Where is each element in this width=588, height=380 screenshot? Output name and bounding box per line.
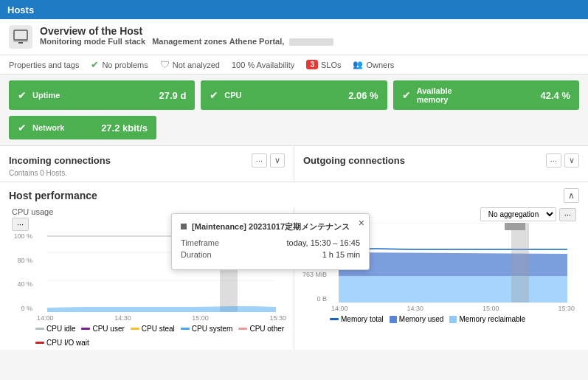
owners-item[interactable]: 👥 Owners [353,60,394,69]
header-title: Hosts [7,4,34,15]
outgoing-connections-actions: ··· ∨ [546,153,579,167]
tooltip-duration-row: Duration 1 h 15 min [181,250,360,259]
cpu-y-40: 40 % [12,280,32,288]
uptime-tile[interactable]: ✔ Uptime 27.9 d [9,80,195,110]
performance-header: Host performance ∧ [9,188,579,203]
memory-label: Availablememory [417,86,535,104]
tooltip-title: [Maintenance] 20231017定期メンテナンス [181,221,360,232]
host-info: Overview of the Host Monitoring mode Ful… [40,25,333,46]
legend-memory-used: Memory used [390,315,444,323]
monitoring-mode: Monitoring mode Full stack Management zo… [40,37,333,46]
performance-collapse-button[interactable]: ∧ [564,188,579,203]
cpu-tile[interactable]: ✔ CPU 2.06 % [201,80,387,110]
memory-legend: Memory total Memory used Memory reclaima… [330,312,576,326]
memory-x-axis: 14:00 14:30 15:00 15:30 [330,305,576,312]
tooltip-title-text: [Maintenance] 20231017定期メンテナンス [192,222,350,231]
metric-tiles: ✔ Uptime 27.9 d ✔ CPU 2.06 % ✔ Available… [0,75,588,145]
cpu-check-icon: ✔ [210,89,218,101]
cpu-x-1400: 14:00 [37,314,54,322]
legend-cpu-iowait-label: CPU I/O wait [46,339,89,347]
legend-cpu-steal-label: CPU steal [142,325,175,333]
maintenance-tooltip: × [Maintenance] 20231017定期メンテナンス Timefra… [171,213,370,270]
connections-row: Incoming connections ··· ∨ Contains 0 Ho… [0,145,588,182]
memory-x-1500: 15:00 [482,305,499,312]
uptime-check-icon: ✔ [18,89,27,101]
uptime-value: 27.9 d [159,90,186,101]
memory-dots-button[interactable]: ··· [559,208,576,221]
legend-cpu-other-label: CPU other [249,325,284,333]
maintenance-bar-marker-memory [505,223,525,230]
monitoring-label: Monitoring mode [40,37,106,46]
legend-cpu-idle-label: CPU idle [46,325,75,333]
incoming-connections-panel: Incoming connections ··· ∨ Contains 0 Ho… [0,146,294,182]
aggregation-select[interactable]: No aggregation [480,207,556,221]
tooltip-duration-value: 1 h 15 min [322,250,360,259]
cpu-y-100: 100 % [12,232,32,240]
legend-memory-used-label: Memory used [399,315,444,323]
svg-marker-13 [339,252,567,276]
host-icon [9,25,32,49]
network-label: Network [32,123,95,132]
memory-tile[interactable]: ✔ Availablememory 42.4 % [393,80,579,110]
legend-cpu-system-label: CPU system [192,325,233,333]
incoming-connections-subtitle: Contains 0 Hosts. [9,169,285,177]
cpu-dots-button[interactable]: ··· [12,218,29,231]
owners-label: Owners [366,61,394,69]
host-overview: Overview of the Host Monitoring mode Ful… [0,19,588,55]
uptime-label: Uptime [32,91,153,100]
cpu-x-1530: 15:30 [269,314,286,322]
memory-x-1430: 14:30 [407,305,423,312]
management-value: Athene Portal, [229,37,285,46]
outgoing-chevron-button[interactable]: ∨ [564,153,579,167]
tooltip-close-button[interactable]: × [359,217,364,229]
host-title: Overview of the Host [40,25,333,37]
legend-cpu-user: CPU user [81,325,124,333]
no-problems-item: ✔ No problems [91,59,148,70]
tooltip-timeframe-label: Timeframe [181,238,219,247]
legend-cpu-steal: CPU steal [131,325,175,333]
legend-memory-total: Memory total [330,315,384,323]
incoming-chevron-button[interactable]: ∨ [270,153,285,167]
tooltip-timeframe-row: Timeframe today, 15:30 – 16:45 [181,238,360,247]
cpu-value: 2.06 % [348,90,378,101]
metric-row-2: ✔ Network 27.2 kbit/s [9,116,579,139]
legend-cpu-iowait: CPU I/O wait [35,339,89,347]
outgoing-connections-header: Outgoing connections ··· ∨ [303,153,579,167]
performance-section: Host performance ∧ CPU usage ··· 100 % 8… [0,182,588,350]
legend-memory-reclaimable: Memory reclaimable [449,315,525,323]
incoming-dots-button[interactable]: ··· [252,153,267,167]
slo-badge: 3 [306,60,318,69]
legend-cpu-other: CPU other [238,325,284,333]
legend-cpu-user-label: CPU user [92,325,124,333]
slo-item[interactable]: 3 SLOs [306,60,341,69]
no-problems-label: No problems [102,61,148,69]
incoming-connections-title: Incoming connections [9,155,111,166]
network-tile[interactable]: ✔ Network 27.2 kbit/s [9,116,156,139]
charts-wrapper: CPU usage ··· 100 % 80 % 40 % 0 % [9,207,579,350]
incoming-connections-actions: ··· ∨ [252,153,285,167]
header-bar: Hosts [0,0,588,19]
outgoing-connections-panel: Outgoing connections ··· ∨ [294,146,588,182]
svg-marker-7 [47,306,276,312]
cpu-x-1500: 15:00 [192,314,209,322]
cpu-y-80: 80 % [12,257,32,264]
svg-rect-14 [511,223,529,303]
memory-x-1530: 15:30 [558,305,575,312]
memory-check-icon: ✔ [402,89,411,101]
not-analyzed-label: Not analyzed [173,61,220,69]
shield-icon: 🛡 [160,59,170,70]
network-check-icon: ✔ [18,122,27,134]
cpu-y-0: 0 % [12,305,32,312]
outgoing-dots-button[interactable]: ··· [546,153,561,167]
cpu-label: CPU [224,91,342,100]
svg-marker-12 [339,276,567,303]
svg-rect-0 [14,30,27,40]
memory-y-763: 763 MiB [300,271,327,278]
legend-memory-reclaimable-label: Memory reclaimable [459,315,525,323]
svg-rect-1 [13,40,28,42]
tooltip-timeframe-value: today, 15:30 – 16:45 [287,238,361,247]
legend-cpu-idle: CPU idle [35,325,75,333]
legend-memory-total-label: Memory total [341,315,384,323]
check-icon: ✔ [91,59,99,70]
cpu-y-axis: 100 % 80 % 40 % 0 % [12,232,35,312]
